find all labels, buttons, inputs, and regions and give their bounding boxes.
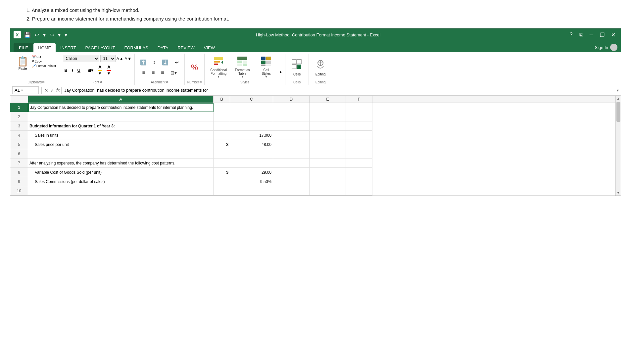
vertical-scrollbar[interactable]: ▲ ▼	[615, 96, 621, 196]
close-button[interactable]: ✕	[609, 31, 617, 39]
tab-review[interactable]: REVIEW	[173, 43, 199, 52]
cell-reference-box[interactable]: A1 ▾	[12, 86, 39, 94]
cell-b1[interactable]	[214, 103, 230, 112]
col-header-f[interactable]: F	[346, 96, 372, 103]
scroll-track[interactable]	[616, 101, 621, 190]
cell-f7[interactable]	[346, 159, 372, 168]
row-num-10[interactable]: 10	[10, 186, 28, 196]
merge-center-button[interactable]: ⊡▾	[168, 68, 179, 77]
row-num-9[interactable]: 9	[10, 177, 28, 186]
cell-b2[interactable]	[214, 112, 230, 121]
maximize-button[interactable]: ❐	[598, 31, 607, 39]
formula-bar-expand-icon[interactable]: ▾	[617, 88, 619, 93]
cell-f1[interactable]	[346, 103, 372, 112]
cell-b6[interactable]	[214, 149, 230, 159]
cell-c3[interactable]	[230, 121, 273, 131]
cell-f10[interactable]	[346, 186, 372, 196]
align-bottom-button[interactable]: ⬇️	[159, 58, 171, 67]
cell-d5[interactable]	[273, 140, 310, 149]
increase-font-size-button[interactable]: A▲	[117, 56, 124, 61]
row-num-2[interactable]: 2	[10, 112, 28, 121]
col-header-e[interactable]: E	[310, 96, 346, 103]
align-left-button[interactable]: ≡	[140, 68, 148, 77]
cell-e4[interactable]	[310, 131, 346, 140]
number-expand-icon[interactable]: ⧉	[200, 80, 202, 84]
alignment-expand-icon[interactable]: ⧉	[166, 80, 168, 84]
col-header-c[interactable]: C	[230, 96, 273, 103]
row-num-7[interactable]: 7	[10, 159, 28, 168]
cell-ref-dropdown-icon[interactable]: ▾	[21, 88, 23, 92]
cell-d10[interactable]	[273, 186, 310, 196]
sign-in-label[interactable]: Sign In	[595, 45, 608, 50]
cell-styles-button[interactable]: CellStyles ▾	[255, 55, 277, 80]
tab-insert[interactable]: INSERT	[56, 43, 80, 52]
cell-e8[interactable]	[310, 168, 346, 177]
cell-c1[interactable]	[230, 103, 273, 112]
col-header-a[interactable]: A	[28, 96, 214, 103]
cell-d1[interactable]	[273, 103, 310, 112]
borders-button[interactable]: ⊞▾	[86, 67, 95, 73]
cell-e3[interactable]	[310, 121, 346, 131]
wrap-text-button[interactable]: ↵	[172, 58, 182, 67]
conditional-formatting-button[interactable]: ConditionalFormatting ▾	[207, 55, 230, 80]
cell-e10[interactable]	[310, 186, 346, 196]
insert-function-icon[interactable]: fx	[56, 88, 60, 93]
cell-c9[interactable]: 9.50%	[230, 177, 273, 186]
clipboard-expand-icon[interactable]: ⧉	[42, 80, 44, 84]
scroll-down-button[interactable]: ▼	[616, 190, 621, 196]
align-middle-button[interactable]: ↕️	[150, 58, 158, 67]
cell-d3[interactable]	[273, 121, 310, 131]
cell-c10[interactable]	[230, 186, 273, 196]
cell-b10[interactable]	[214, 186, 230, 196]
cell-a4[interactable]: Sales in units	[28, 131, 214, 140]
cell-c7[interactable]	[230, 159, 273, 168]
cell-a7[interactable]: After analyzing expenses, the company ha…	[28, 159, 214, 168]
tab-data[interactable]: DATA	[153, 43, 173, 52]
cell-e5[interactable]	[310, 140, 346, 149]
tab-page-layout[interactable]: PAGE LAYOUT	[81, 43, 120, 52]
cell-e1[interactable]	[310, 103, 346, 112]
cell-a5[interactable]: Sales price per unit	[28, 140, 214, 149]
cells-button[interactable]: + Cells	[288, 58, 306, 77]
undo-button[interactable]: ↩	[33, 31, 40, 39]
help-button[interactable]: ?	[568, 31, 575, 38]
cell-e7[interactable]	[310, 159, 346, 168]
redo-dropdown[interactable]: ▾	[57, 31, 62, 39]
cell-a1[interactable]: Jay Corporation has decided to prepare c…	[28, 103, 214, 112]
scroll-up-button[interactable]: ▲	[616, 96, 621, 101]
format-painter-button[interactable]: 🖌️ Format Painter	[31, 64, 57, 68]
save-button[interactable]: 💾	[23, 31, 32, 39]
cell-e2[interactable]	[310, 112, 346, 121]
cell-f6[interactable]	[346, 149, 372, 159]
row-num-6[interactable]: 6	[10, 149, 28, 159]
cell-d8[interactable]	[273, 168, 310, 177]
cell-b5[interactable]: $	[214, 140, 230, 149]
copy-button[interactable]: ⧉ Copy	[31, 59, 57, 64]
cell-d9[interactable]	[273, 177, 310, 186]
font-name-select[interactable]: Calibri	[63, 55, 99, 62]
cell-b3[interactable]	[214, 121, 230, 131]
row-num-4[interactable]: 4	[10, 131, 28, 140]
undo-dropdown[interactable]: ▾	[42, 31, 47, 39]
tab-formulas[interactable]: FORMULAS	[120, 43, 153, 52]
align-center-button[interactable]: ≡	[149, 68, 157, 77]
cell-a9[interactable]: Sales Commissions (per dollar of sales)	[28, 177, 214, 186]
cell-f2[interactable]	[346, 112, 372, 121]
cell-c8[interactable]: 29.00	[230, 168, 273, 177]
cut-button[interactable]: ✂️ Cut	[31, 55, 57, 59]
cell-e6[interactable]	[310, 149, 346, 159]
row-num-8[interactable]: 8	[10, 168, 28, 177]
cell-a2[interactable]	[28, 112, 214, 121]
paste-button[interactable]: 📋 Paste	[15, 55, 30, 71]
confirm-formula-icon[interactable]: ✓	[50, 88, 54, 93]
styles-collapse-arrow[interactable]: ▲	[279, 70, 282, 74]
editing-button[interactable]: Editing	[312, 58, 329, 77]
cell-f8[interactable]	[346, 168, 372, 177]
underline-button[interactable]: U	[76, 67, 82, 73]
bold-button[interactable]: B	[63, 67, 69, 73]
cell-e9[interactable]	[310, 177, 346, 186]
cell-f9[interactable]	[346, 177, 372, 186]
cell-a6[interactable]	[28, 149, 214, 159]
cell-f3[interactable]	[346, 121, 372, 131]
font-expand-icon[interactable]: ⧉	[100, 80, 102, 84]
